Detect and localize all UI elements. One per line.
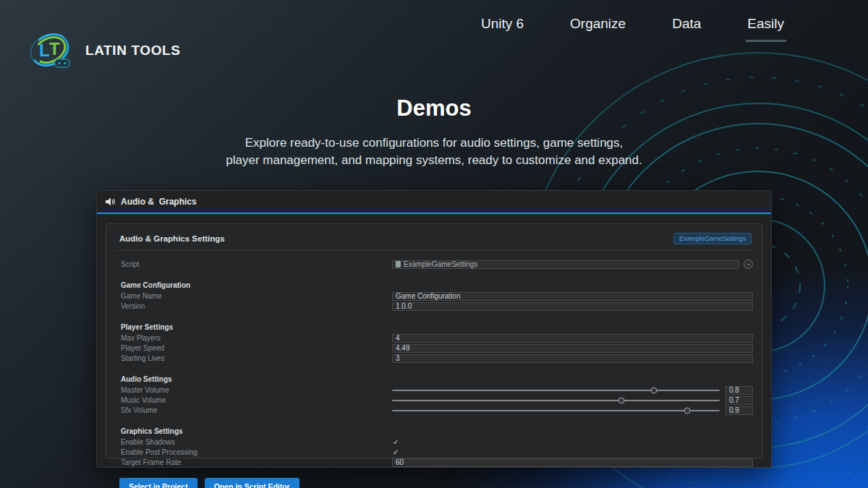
game-name-row: Game Name Game Configuration — [115, 291, 753, 301]
enable-shadows-checkbox[interactable]: ✓ — [392, 438, 753, 446]
enable-shadows-label: Enable Shadows — [115, 438, 392, 446]
game-name-input[interactable]: Game Configuration — [392, 292, 753, 301]
sfx-volume-row: Sfx Volume 0.9 — [115, 406, 753, 416]
enable-post-processing-row: Enable Post Processing ✓ — [115, 448, 753, 458]
settings-panel: Audio & Graphics Settings ExampleGameSet… — [106, 223, 762, 458]
script-type-badge[interactable]: ExampleGameSettings — [673, 233, 752, 244]
open-in-script-editor-button[interactable]: Open in Script Editor — [205, 478, 299, 488]
master-volume-label: Master Volume — [115, 386, 392, 394]
brand-name: LATIN TOOLS — [85, 43, 181, 59]
settings-rows: Script ExampleGameSettings Game Configur… — [115, 251, 753, 488]
target-frame-rate-row: Target Frame Rate 60 — [115, 458, 753, 468]
player-speed-row: Player Speed 4.49 — [115, 343, 753, 354]
svg-text:T: T — [49, 39, 60, 59]
sfx-volume-value[interactable]: 0.9 — [726, 406, 753, 415]
script-row: Script ExampleGameSettings — [115, 260, 753, 270]
top-header: L T LATIN TOOLS — [27, 25, 868, 77]
select-in-project-button[interactable]: Select in Project — [119, 478, 197, 488]
unity-inspector-window: Audio & Graphics Audio & Graphics Settin… — [96, 190, 772, 468]
player-settings-header: Player Settings — [115, 323, 173, 331]
script-label: Script — [115, 260, 392, 268]
music-volume-slider-thumb[interactable] — [618, 397, 625, 403]
version-label: Version — [115, 302, 392, 310]
target-frame-rate-input[interactable]: 60 — [392, 458, 753, 467]
settings-panel-header: Audio & Graphics Settings ExampleGameSet… — [115, 231, 753, 251]
master-volume-slider-thumb[interactable] — [651, 387, 658, 393]
master-volume-slider[interactable] — [392, 390, 720, 391]
speaker-icon — [106, 197, 116, 206]
max-players-row: Max Players 4 — [115, 333, 753, 343]
version-input[interactable]: 1.0.0 — [392, 302, 753, 311]
game-configuration-header: Game Configuration — [115, 281, 190, 289]
music-volume-row: Music Volume 0.7 — [115, 395, 753, 406]
sfx-volume-slider-thumb[interactable] — [684, 407, 690, 414]
page-title: Demos — [0, 95, 868, 121]
version-row: Version 1.0.0 — [115, 301, 753, 312]
master-volume-row: Master Volume 0.8 — [115, 385, 753, 395]
svg-text:L: L — [39, 40, 50, 60]
enable-post-processing-label: Enable Post Processing — [115, 448, 392, 456]
max-players-input[interactable]: 4 — [392, 334, 753, 343]
hero-section: Demos Explore ready-to-use configuration… — [0, 95, 868, 169]
player-speed-input[interactable]: 4.49 — [392, 344, 753, 353]
script-asset-icon — [396, 261, 401, 267]
starting-lives-input[interactable]: 3 — [392, 354, 753, 363]
latin-tools-logo-icon: L T — [27, 27, 74, 74]
master-volume-value[interactable]: 0.8 — [726, 386, 753, 395]
inspector-tab-bar[interactable]: Audio & Graphics — [97, 191, 771, 214]
target-frame-rate-label: Target Frame Rate — [115, 458, 392, 466]
game-name-label: Game Name — [115, 292, 392, 300]
enable-post-processing-checkbox[interactable]: ✓ — [392, 448, 753, 456]
sfx-volume-slider[interactable] — [392, 410, 720, 411]
hero-subtitle-line-2: player management, and mapping systems, … — [0, 152, 868, 169]
script-object-field[interactable]: ExampleGameSettings — [392, 260, 739, 269]
audio-settings-header: Audio Settings — [115, 375, 172, 383]
script-object-value: ExampleGameSettings — [404, 260, 477, 268]
inspector-tab-title: Audio & Graphics — [121, 197, 197, 207]
starting-lives-row: Starting Lives 3 — [115, 354, 753, 364]
player-speed-label: Player Speed — [115, 344, 392, 352]
hero-subtitle-line-1: Explore ready-to-use configurations for … — [0, 134, 868, 152]
object-picker-icon[interactable] — [744, 260, 753, 269]
sfx-volume-label: Sfx Volume — [115, 406, 392, 414]
music-volume-slider[interactable] — [392, 400, 720, 401]
music-volume-label: Music Volume — [115, 396, 392, 404]
music-volume-value[interactable]: 0.7 — [726, 396, 753, 405]
graphics-settings-header: Graphics Settings — [115, 427, 183, 435]
inspector-buttons: Select in Project Open in Script Editor — [115, 478, 753, 488]
settings-panel-title: Audio & Graphics Settings — [119, 234, 225, 243]
starting-lives-label: Starting Lives — [115, 354, 392, 362]
max-players-label: Max Players — [115, 334, 392, 342]
enable-shadows-row: Enable Shadows ✓ — [115, 437, 753, 448]
